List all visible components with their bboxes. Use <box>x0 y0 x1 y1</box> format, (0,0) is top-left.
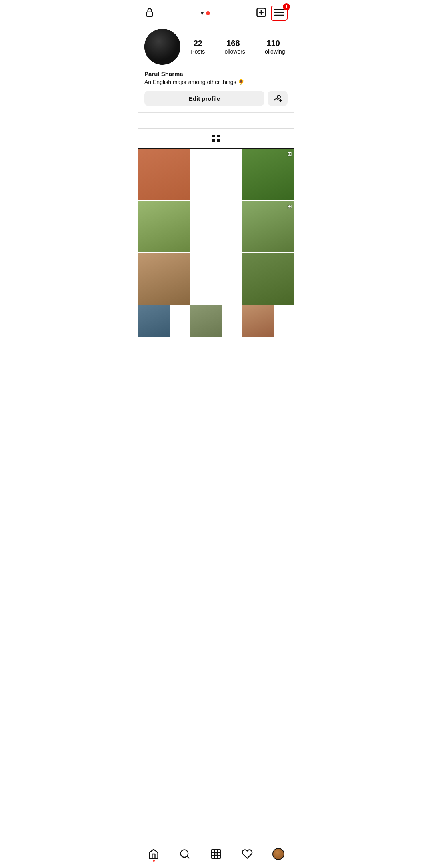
posts-count: 22 <box>194 38 202 48</box>
svg-rect-0 <box>146 12 152 16</box>
grid-row-bottom <box>138 305 294 337</box>
story-highlights-area <box>138 112 294 128</box>
grid-view-tab[interactable] <box>138 129 294 149</box>
photo-grid-container: ⊞ ⊞ <box>138 128 294 337</box>
grid-tabs <box>138 128 294 149</box>
posts-label: Posts <box>191 48 205 55</box>
menu-notification-badge: 1 <box>283 3 290 10</box>
profile-top-row: 22 Posts 168 Followers 110 Following <box>144 29 288 65</box>
svg-rect-12 <box>217 139 220 142</box>
svg-rect-10 <box>217 135 220 137</box>
following-label: Following <box>262 48 285 55</box>
lock-icon[interactable] <box>144 7 155 19</box>
profile-section: 22 Posts 168 Followers 110 Following Par… <box>138 25 294 106</box>
hamburger-icon <box>274 8 284 18</box>
photo-cell[interactable] <box>138 149 190 200</box>
photo-cell-empty <box>190 253 242 305</box>
menu-button[interactable]: 1 <box>271 6 288 21</box>
grid-row-2: ⊞ <box>138 201 294 253</box>
photo-cell-empty <box>190 149 242 200</box>
svg-rect-11 <box>212 139 215 142</box>
top-right-actions: 1 <box>256 6 288 21</box>
photo-cell-partial[interactable] <box>190 305 222 337</box>
add-person-icon <box>273 94 282 102</box>
photo-cell-empty <box>190 201 242 253</box>
action-buttons-row: Edit profile <box>144 91 288 106</box>
svg-rect-9 <box>212 135 215 137</box>
following-stat[interactable]: 110 Following <box>262 38 285 55</box>
multi-post-icon: ⊞ <box>287 151 292 157</box>
grid-row-3 <box>138 253 294 305</box>
photo-cell[interactable] <box>242 253 294 305</box>
followers-label: Followers <box>221 48 245 55</box>
add-friend-button[interactable] <box>268 91 288 106</box>
avatar[interactable] <box>144 29 180 65</box>
profile-bio: An English major among other things 🌻 <box>144 79 288 85</box>
posts-stat[interactable]: 22 Posts <box>191 38 205 55</box>
photo-cell[interactable] <box>138 201 190 253</box>
chevron-down-icon: ▾ <box>201 10 204 16</box>
photo-cell[interactable] <box>138 253 190 305</box>
live-dot-indicator <box>206 11 210 15</box>
grid-row-1: ⊞ <box>138 149 294 200</box>
multi-post-icon: ⊞ <box>287 203 292 209</box>
grid-icon <box>211 133 221 143</box>
profile-name: Parul Sharma <box>144 70 288 77</box>
followers-count: 168 <box>226 38 240 48</box>
stats-row: 22 Posts 168 Followers 110 Following <box>188 38 288 55</box>
edit-profile-button[interactable]: Edit profile <box>144 91 264 106</box>
add-post-button[interactable] <box>256 7 267 20</box>
username-dropdown[interactable]: ▾ <box>201 10 210 16</box>
photo-cell-partial[interactable] <box>242 305 274 337</box>
photo-cell-partial[interactable] <box>138 305 170 337</box>
avatar-image <box>144 29 180 65</box>
following-count: 110 <box>266 38 280 48</box>
top-navigation-bar: ▾ 1 <box>138 0 294 25</box>
photo-cell[interactable]: ⊞ <box>242 149 294 200</box>
photo-cell[interactable]: ⊞ <box>242 201 294 253</box>
followers-stat[interactable]: 168 Followers <box>221 38 245 55</box>
